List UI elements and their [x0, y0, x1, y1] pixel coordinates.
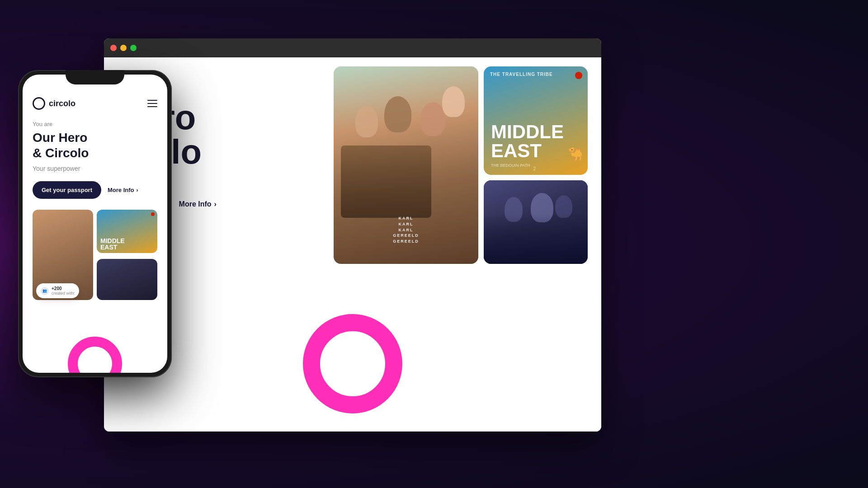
hamburger-line-2 — [147, 103, 157, 104]
window-minimize-button[interactable] — [120, 45, 127, 51]
chevron-right-icon: › — [136, 187, 138, 193]
phone-header: circolo — [33, 97, 157, 110]
desktop-card-event — [484, 180, 588, 264]
get-passport-button[interactable]: Get your passport — [33, 181, 101, 199]
circolo-logo-icon — [33, 97, 45, 110]
chevron-right-icon-desktop: › — [214, 200, 217, 208]
browser-content: Your Hero & Hero rcolo erpower passport … — [104, 57, 601, 432]
hamburger-line-3 — [147, 106, 157, 107]
me-dot — [151, 212, 155, 216]
phone-notch — [66, 70, 124, 84]
phone-circolo-ring — [68, 337, 122, 373]
browser-titlebar — [104, 38, 601, 57]
hamburger-line-1 — [147, 100, 157, 101]
me-number: 2 — [533, 166, 536, 171]
window-maximize-button[interactable] — [130, 45, 137, 51]
desktop-card-middle-east: THE TRAVELLING TRIBE 🐪 MIDDLEEAST THE BE… — [484, 66, 588, 175]
badge-count: +200 — [52, 286, 75, 291]
phone-hero-title: Our Hero& Circolo — [33, 130, 157, 160]
phone-card-middle-east: MIDDLEEAST — [97, 210, 157, 253]
me-red-dot — [575, 72, 582, 79]
desktop-image-grid: KARLKARLKARLGEREELDGEREELD THE TRAVELLIN… — [334, 66, 588, 264]
phone-cta-buttons: Get your passport More Info › — [33, 181, 157, 199]
users-icon: 👥 — [41, 287, 49, 295]
app-name: circolo — [49, 99, 75, 108]
phone-card-event — [97, 259, 157, 300]
middle-east-title-phone: MIDDLEEAST — [100, 237, 125, 251]
window-close-button[interactable] — [110, 45, 117, 51]
camel-icon: 🐪 — [567, 146, 583, 161]
phone-hero-subtitle: You are — [33, 121, 157, 127]
desktop-more-info-button[interactable]: More Info › — [179, 200, 217, 208]
user-count-badge: 👥 +200 created with! — [36, 283, 79, 298]
circolo-ring-large — [303, 314, 402, 413]
phone-logo: circolo — [33, 97, 75, 110]
hamburger-menu-button[interactable] — [147, 100, 157, 107]
phone-screen: circolo You are Our Hero& Circolo Your s… — [23, 75, 167, 373]
more-info-button[interactable]: More Info › — [108, 187, 138, 193]
me-tribe-label: THE TRAVELLING TRIBE — [490, 72, 553, 77]
browser-window: Your Hero & Hero rcolo erpower passport … — [104, 38, 601, 432]
mobile-phone: circolo You are Our Hero& Circolo Your s… — [18, 70, 172, 377]
me-subtitle: THE BEDOUIN PATH — [491, 163, 580, 168]
phone-hero-tagline: Your superpower — [33, 165, 157, 172]
badge-sub: created with! — [52, 291, 75, 296]
desktop-card-group-photo: KARLKARLKARLGEREELDGEREELD — [334, 66, 478, 264]
